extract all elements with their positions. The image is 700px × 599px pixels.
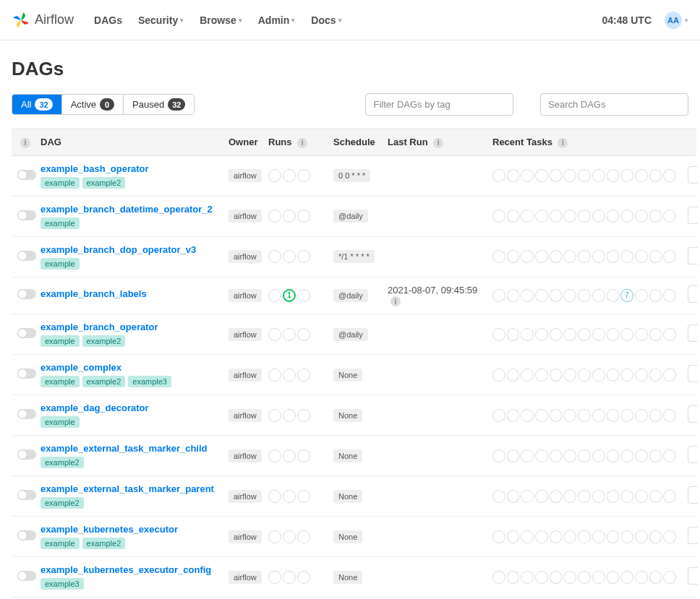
task-status-circle[interactable]: [649, 289, 662, 302]
owner-pill[interactable]: airflow: [229, 369, 262, 382]
row-actions[interactable]: [688, 365, 698, 382]
task-status-circle[interactable]: [563, 409, 576, 422]
run-status-circle[interactable]: [283, 530, 296, 543]
task-status-circle[interactable]: [607, 169, 620, 182]
task-status-circle[interactable]: [507, 571, 520, 584]
owner-pill[interactable]: airflow: [229, 490, 262, 503]
task-status-circle[interactable]: [607, 250, 620, 263]
task-status-circle[interactable]: [635, 210, 648, 223]
dag-link[interactable]: example_dag_decorator: [40, 402, 149, 413]
run-status-circle[interactable]: [283, 328, 296, 341]
owner-pill[interactable]: airflow: [229, 289, 262, 302]
task-status-circle[interactable]: [550, 328, 563, 341]
pause-toggle[interactable]: [17, 409, 36, 419]
task-status-circle[interactable]: [607, 409, 620, 422]
task-status-circle[interactable]: [563, 571, 576, 584]
schedule-pill[interactable]: None: [333, 530, 362, 543]
task-status-circle[interactable]: [663, 210, 676, 223]
task-status-circle[interactable]: [578, 449, 591, 462]
run-status-circle[interactable]: [268, 328, 281, 341]
task-status-circle[interactable]: [635, 530, 648, 543]
dag-tag[interactable]: example: [40, 258, 80, 270]
task-status-circle[interactable]: [492, 250, 505, 263]
filter-all[interactable]: All 32: [12, 95, 62, 114]
task-status-circle[interactable]: [535, 369, 548, 382]
run-status-circle[interactable]: [268, 571, 281, 584]
schedule-pill[interactable]: @daily: [333, 328, 368, 341]
col-dag-header[interactable]: DAG: [35, 129, 223, 156]
run-status-circle[interactable]: [297, 490, 310, 503]
task-status-circle[interactable]: [521, 250, 534, 263]
task-status-circle[interactable]: [620, 571, 633, 584]
task-status-circle[interactable]: [649, 571, 662, 584]
task-status-circle[interactable]: [663, 289, 676, 302]
task-status-circle[interactable]: [592, 530, 605, 543]
schedule-pill[interactable]: None: [333, 490, 362, 503]
pause-toggle[interactable]: [17, 571, 36, 581]
run-status-circle[interactable]: [268, 409, 281, 422]
task-status-circle[interactable]: [635, 571, 648, 584]
row-actions[interactable]: [688, 446, 698, 463]
task-status-circle[interactable]: [507, 328, 520, 341]
task-status-circle[interactable]: [663, 409, 676, 422]
task-status-circle[interactable]: [535, 490, 548, 503]
run-status-circle[interactable]: [283, 250, 296, 263]
task-status-circle[interactable]: [635, 449, 648, 462]
task-status-circle[interactable]: [592, 328, 605, 341]
nav-docs[interactable]: Docs▾: [311, 14, 341, 26]
task-status-circle[interactable]: [492, 530, 505, 543]
task-status-circle[interactable]: [507, 250, 520, 263]
task-status-circle[interactable]: [607, 571, 620, 584]
task-status-circle[interactable]: [578, 409, 591, 422]
dag-link[interactable]: example_external_task_marker_parent: [40, 483, 214, 494]
task-status-circle[interactable]: [507, 369, 520, 382]
task-status-circle[interactable]: [620, 250, 633, 263]
run-status-circle[interactable]: [297, 250, 310, 263]
row-actions[interactable]: [688, 527, 698, 544]
task-status-circle[interactable]: [607, 328, 620, 341]
task-status-circle[interactable]: [521, 369, 534, 382]
task-status-circle[interactable]: [521, 449, 534, 462]
task-status-circle[interactable]: [521, 328, 534, 341]
run-status-circle[interactable]: [297, 369, 310, 382]
task-status-circle[interactable]: [550, 409, 563, 422]
schedule-pill[interactable]: */1 * * * *: [333, 250, 375, 263]
task-status-circle[interactable]: [649, 530, 662, 543]
nav-security[interactable]: Security▾: [138, 14, 184, 26]
col-owner-header[interactable]: Owner: [223, 129, 262, 156]
task-status-circle[interactable]: [563, 210, 576, 223]
task-status-circle[interactable]: [535, 449, 548, 462]
task-status-circle[interactable]: [550, 571, 563, 584]
utc-clock[interactable]: 04:48 UTC: [602, 14, 652, 26]
filter-paused[interactable]: Paused 32: [124, 95, 194, 114]
task-status-circle[interactable]: [563, 250, 576, 263]
task-status-circle[interactable]: [492, 369, 505, 382]
task-status-circle[interactable]: [507, 169, 520, 182]
task-status-circle[interactable]: [607, 449, 620, 462]
task-status-circle[interactable]: [649, 250, 662, 263]
dag-tag[interactable]: example: [40, 335, 80, 347]
dag-tag[interactable]: example: [40, 217, 80, 229]
run-status-circle[interactable]: [268, 210, 281, 223]
task-status-circle[interactable]: [649, 409, 662, 422]
task-status-circle[interactable]: [578, 571, 591, 584]
task-status-circle[interactable]: [550, 490, 563, 503]
task-status-circle[interactable]: [663, 530, 676, 543]
task-status-circle[interactable]: [663, 571, 676, 584]
task-status-circle[interactable]: [550, 449, 563, 462]
dag-link[interactable]: example_branch_operator: [40, 322, 158, 332]
run-status-circle[interactable]: [297, 328, 310, 341]
task-status-circle[interactable]: [620, 328, 633, 341]
task-status-circle[interactable]: [492, 571, 505, 584]
task-status-circle[interactable]: [592, 250, 605, 263]
task-status-circle[interactable]: [507, 409, 520, 422]
task-status-circle[interactable]: 7: [620, 289, 633, 302]
task-status-circle[interactable]: [492, 289, 505, 302]
run-status-circle[interactable]: [268, 289, 281, 302]
run-status-circle[interactable]: [268, 449, 281, 462]
task-status-circle[interactable]: [620, 449, 633, 462]
pause-toggle[interactable]: [17, 490, 36, 500]
schedule-pill[interactable]: None: [333, 409, 362, 422]
task-status-circle[interactable]: [535, 328, 548, 341]
schedule-pill[interactable]: None: [333, 571, 362, 584]
